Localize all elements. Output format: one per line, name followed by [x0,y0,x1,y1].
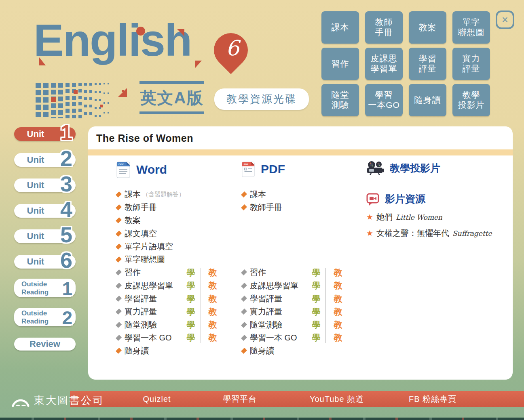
diamond-bullet [241,204,247,210]
teach-button[interactable]: 教 [206,306,220,317]
divider [139,81,204,84]
logo-accent [195,61,202,68]
learn-button[interactable]: 學 [184,319,198,330]
learn-button[interactable]: 學 [184,306,198,317]
teach-button[interactable]: 教 [206,280,220,291]
footer-link-learning-platform[interactable]: 學習平台 [207,391,272,407]
resource-menu: 課本 教師手冊 教案 單字聯想圖 習作 皮課思學習單 學習評量 實力評量 隨堂測… [321,11,490,116]
footer-link-facebook[interactable]: FB 粉絲專頁 [398,391,467,407]
unit-number: 1 [62,281,72,297]
footer-link-quizlet[interactable]: Quizlet [127,391,187,407]
list-item[interactable]: 教案 [116,214,254,227]
sidebar-unit-3[interactable]: Unit 3 [14,178,76,192]
menu-teacher-manual-button[interactable]: 教師手冊 [365,11,403,44]
list-item[interactable]: 課文填空 [116,227,254,240]
divider [325,268,326,343]
word-section-title: Word [136,163,167,176]
footer-link-youtube[interactable]: YouTube 頻道 [302,391,371,407]
list-item: 實力評量 學 教 [241,305,379,318]
list-item[interactable]: 單字聯想圖 [116,253,254,266]
menu-ability-assessment-button[interactable]: 實力評量 [452,48,490,80]
diamond-bullet [116,296,122,302]
sidebar-unit-1[interactable]: Unit 1 [14,127,76,141]
sidebar-review[interactable]: Review [14,338,76,351]
diamond-bullet [116,204,122,210]
list-item[interactable]: 單字片語填空 [116,240,254,253]
company-name: 東大圖書公司 [34,393,104,407]
word-file-list: 課本 （含習題解答） 教師手冊 教案 課文填空 單字片語填空 單字聯想圖 習作 … [116,188,254,357]
unit-number: 2 [62,311,72,326]
diamond-bullet [241,191,247,197]
sidebar-unit-2[interactable]: Unit 2 [14,153,76,167]
menu-workbook-button[interactable]: 習作 [321,48,359,80]
sidebar-outside-reading-1[interactable]: OutsideReading 1 [14,279,76,297]
list-item[interactable]: 課本 [241,188,379,201]
menu-learning-assessment-button[interactable]: 學習評量 [409,48,446,80]
list-item[interactable]: 課本 （含習題解答） [116,188,254,201]
teach-button[interactable]: 教 [331,280,345,291]
menu-lesson-plan-button[interactable]: 教案 [409,11,446,44]
unit-number: 4 [60,200,72,218]
learn-button[interactable]: 學 [184,267,198,278]
list-item[interactable]: 教師手冊 [241,201,379,214]
learn-button[interactable]: 學 [309,267,323,278]
diamond-bullet [116,309,122,315]
list-item: 隨堂測驗 學 教 [241,318,379,331]
menu-worksheet-button[interactable]: 皮課思學習單 [365,48,403,80]
media-section: 教學投影片 影片資源 ★ 她們 Little Women ★ 女權之聲：無懼年代… [366,161,504,175]
diamond-bullet [241,335,247,341]
teach-button[interactable]: 教 [331,319,345,330]
diamond-bullet [116,322,122,328]
learn-button[interactable]: 學 [309,306,323,317]
menu-teaching-slides-button[interactable]: 教學投影片 [452,84,490,116]
teach-button[interactable]: 教 [206,332,220,343]
unit-number: 5 [60,226,72,244]
svg-text:DOC: DOC [118,163,124,166]
teach-button[interactable]: 教 [331,293,345,304]
menu-pocket-reader-button[interactable]: 隨身讀 [409,84,446,116]
learn-button[interactable]: 學 [184,332,198,343]
menu-study-go-button[interactable]: 學習一本GO [365,84,403,116]
star-icon: ★ [366,212,373,222]
sidebar-unit-4[interactable]: Unit 4 [14,204,76,218]
learn-button[interactable]: 學 [309,280,323,291]
slides-header[interactable]: 教學投影片 [366,161,504,175]
unit-number: 2 [60,149,72,167]
diamond-bullet [116,256,122,262]
dot-decoration [122,90,124,92]
bottom-border-decoration [0,418,524,420]
video-resource-icon [366,193,379,206]
movie-item[interactable]: ★ 女權之聲：無懼年代 Suffragette [366,228,492,239]
videos-header: 影片資源 [366,192,425,206]
movie-item[interactable]: ★ 她們 Little Women [366,212,492,223]
teach-button[interactable]: 教 [331,267,345,278]
close-button[interactable]: × [496,10,514,29]
learn-button[interactable]: 學 [184,280,198,291]
learn-button[interactable]: 學 [184,293,198,304]
menu-textbook-button[interactable]: 課本 [321,11,359,44]
sidebar-unit-5[interactable]: Unit 5 [14,229,76,243]
diamond-bullet [241,309,247,315]
learn-button[interactable]: 學 [309,332,323,343]
sidebar-outside-reading-2[interactable]: OutsideReading 2 [14,308,76,326]
item-note: （含習題解答） [142,191,185,198]
diamond-bullet [116,269,122,275]
divider [200,268,201,343]
list-item[interactable]: 隨身讀 [241,344,379,357]
teach-button[interactable]: 教 [331,332,345,343]
teach-button[interactable]: 教 [206,319,220,330]
page-title: The Rise of Women [88,126,513,144]
diamond-bullet [116,335,122,341]
teach-button[interactable]: 教 [206,293,220,304]
diamond-bullet [241,322,247,328]
menu-word-map-button[interactable]: 單字聯想圖 [452,11,490,44]
teach-button[interactable]: 教 [331,306,345,317]
menu-quiz-button[interactable]: 隨堂測驗 [321,84,359,116]
learn-button[interactable]: 學 [309,319,323,330]
pdf-icon: PDF [241,161,255,178]
list-item[interactable]: 教師手冊 [116,201,254,214]
sidebar-unit-6[interactable]: Unit 6 [14,255,76,269]
teach-button[interactable]: 教 [206,267,220,278]
list-item[interactable]: 隨身讀 [116,344,254,357]
learn-button[interactable]: 學 [309,293,323,304]
